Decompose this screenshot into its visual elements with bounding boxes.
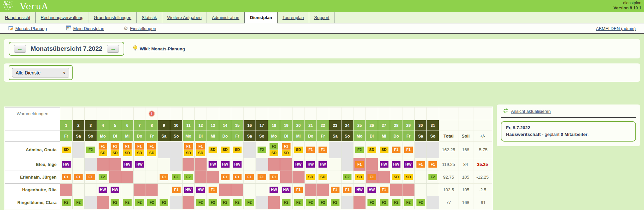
weekday-19[interactable]: Di (280, 131, 293, 142)
employee-name[interactable]: Erlenhain, Jürgen (5, 171, 60, 184)
shift-badge-F2[interactable]: F2 (343, 174, 351, 180)
shift-cell-day-31[interactable] (427, 184, 439, 196)
wiki-link[interactable]: Wiki: Monats-Planung (140, 46, 185, 51)
shift-badge-SD[interactable]: SD (294, 147, 303, 153)
shift-cell-day-7[interactable] (133, 184, 146, 196)
day-number-10[interactable]: 10 (170, 120, 183, 131)
shift-badge-F1[interactable]: F1 (331, 187, 339, 193)
shift-badge-F2[interactable]: F2 (160, 199, 168, 206)
shift-cell-day-4[interactable] (97, 158, 109, 171)
shift-cell-day-6[interactable] (121, 184, 134, 196)
weekday-5[interactable]: Di (109, 131, 121, 142)
weekday-9[interactable]: Sa (158, 131, 170, 142)
shift-badge-HW[interactable]: HW (392, 161, 400, 168)
shift-cell-day-27[interactable]: HW (378, 158, 390, 171)
shift-cell-day-13[interactable]: HW (207, 158, 219, 171)
shift-badge-F2[interactable]: F2 (172, 174, 181, 180)
shift-cell-day-12[interactable] (195, 171, 207, 184)
weekday-24[interactable]: So (341, 131, 353, 142)
shift-cell-day-6[interactable]: HW (121, 158, 134, 171)
shift-cell-day-21[interactable]: SD (305, 171, 317, 184)
shift-cell-day-7[interactable]: F1SD (133, 142, 146, 158)
day-number-21[interactable]: 21 (305, 120, 317, 131)
shift-cell-day-13[interactable]: F2 (207, 196, 219, 209)
day-number-28[interactable]: 28 (390, 120, 402, 131)
shift-cell-day-14[interactable]: SD (219, 142, 231, 158)
shift-cell-day-31[interactable]: F1 (427, 158, 439, 171)
shift-badge-F1[interactable]: F1 (62, 174, 71, 180)
shift-badge-SD[interactable]: SD (221, 147, 230, 153)
shift-cell-day-18[interactable]: F1 (268, 171, 280, 184)
shift-cell-day-10[interactable]: F2 (170, 171, 183, 184)
shift-cell-day-3[interactable]: F2 (85, 142, 97, 158)
weekday-10[interactable]: So (170, 131, 183, 142)
shift-cell-day-16[interactable]: F2 (244, 196, 256, 209)
shift-cell-day-8[interactable] (146, 158, 158, 171)
shift-cell-day-9[interactable]: F1 (158, 171, 170, 184)
shift-cell-day-17[interactable]: F2 (256, 142, 268, 158)
day-number-19[interactable]: 19 (280, 120, 293, 131)
shift-cell-day-29[interactable]: F2 (402, 196, 415, 209)
shift-cell-day-8[interactable] (146, 184, 158, 196)
shift-badge-SD[interactable]: SD (62, 147, 71, 153)
shift-cell-day-23[interactable] (329, 142, 341, 158)
shift-badge-SD[interactable]: SD (196, 150, 205, 156)
refresh-row[interactable]: Ansicht aktualisieren (501, 108, 636, 117)
shift-cell-day-27[interactable]: F1 (378, 184, 390, 196)
shift-cell-day-31[interactable] (427, 196, 439, 209)
shift-badge-F1[interactable]: F1 (123, 143, 132, 150)
shift-badge-F1[interactable]: F1 (367, 174, 376, 180)
shift-badge-HW[interactable]: HW (319, 161, 327, 168)
shift-cell-day-11[interactable] (182, 158, 195, 171)
shift-badge-F2[interactable]: F2 (147, 199, 156, 206)
weekday-23[interactable]: Sa (329, 131, 341, 142)
weekday-1[interactable]: Fr (60, 131, 72, 142)
shift-cell-day-24[interactable] (341, 158, 353, 171)
shift-cell-day-30[interactable] (414, 142, 427, 158)
shift-badge-SD[interactable]: SD (147, 150, 156, 156)
shift-badge-HW[interactable]: HW (282, 187, 291, 193)
shift-badge-F1[interactable]: F1 (343, 187, 351, 193)
shift-cell-day-19[interactable]: F2 (280, 196, 293, 209)
shift-badge-F1[interactable]: F1 (99, 143, 107, 150)
shift-cell-day-17[interactable]: F1 (256, 171, 268, 184)
shift-cell-day-15[interactable] (231, 184, 244, 196)
shift-cell-day-25[interactable]: SD (353, 171, 366, 184)
shift-badge-HW[interactable]: HW (62, 161, 71, 168)
shift-cell-day-24[interactable] (341, 196, 353, 209)
shift-badge-SD[interactable]: SD (319, 174, 327, 180)
tab-dienstplan[interactable]: Dienstplan (245, 12, 277, 23)
toolbar-item-einstellungen[interactable]: ⚙ Einstellungen (124, 26, 156, 31)
shift-badge-SD[interactable]: SD (233, 147, 242, 153)
shift-cell-day-18[interactable] (268, 196, 280, 209)
shift-cell-day-2[interactable]: F2 (72, 196, 85, 209)
shift-badge-F1[interactable]: F1 (355, 161, 364, 168)
day-number-20[interactable]: 20 (292, 120, 305, 131)
shift-badge-F2[interactable]: F2 (294, 199, 303, 206)
shift-cell-day-1[interactable]: F2 (60, 196, 72, 209)
shift-cell-day-1[interactable]: HW (60, 158, 72, 171)
shift-cell-day-4[interactable]: F1SD (97, 142, 109, 158)
shift-cell-day-14[interactable]: F2 (219, 196, 231, 209)
shift-badge-HW[interactable]: HW (355, 187, 364, 193)
weekday-11[interactable]: Mo (182, 131, 195, 142)
day-number-1[interactable]: 1 (60, 120, 72, 131)
shift-cell-day-9[interactable] (158, 158, 170, 171)
toolbar-item-mein-dienstplan[interactable]: Mein Dienstplan (66, 25, 104, 32)
shift-cell-day-5[interactable] (109, 158, 121, 171)
shift-badge-F1[interactable]: F1 (221, 174, 230, 180)
day-number-11[interactable]: 11 (182, 120, 195, 131)
shift-badge-F1[interactable]: F1 (172, 187, 181, 193)
shift-cell-day-5[interactable]: F1SD (109, 142, 121, 158)
shift-cell-day-9[interactable] (158, 142, 170, 158)
shift-badge-SD[interactable]: SD (404, 174, 413, 180)
weekday-13[interactable]: Mi (207, 131, 219, 142)
shift-badge-HW[interactable]: HW (270, 187, 278, 193)
weekday-17[interactable]: So (256, 131, 268, 142)
shift-badge-SD[interactable]: SD (392, 174, 400, 180)
shift-cell-day-29[interactable] (402, 184, 415, 196)
shift-cell-day-31[interactable]: F2 (427, 171, 439, 184)
weekday-30[interactable]: Sa (414, 131, 427, 142)
day-number-26[interactable]: 26 (366, 120, 378, 131)
shift-cell-day-15[interactable]: F1 (231, 171, 244, 184)
